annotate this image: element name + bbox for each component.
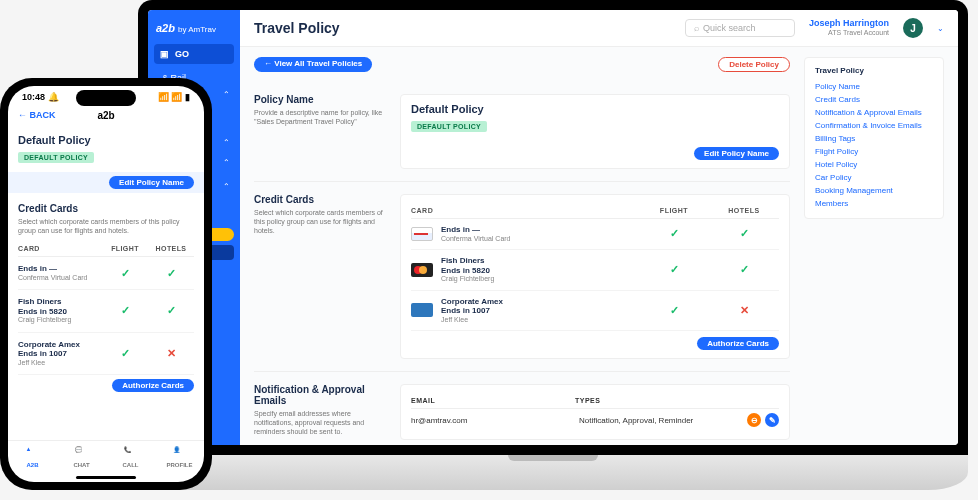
policy-name: Default Policy xyxy=(18,134,194,146)
card-name2: Ends in 1007 xyxy=(441,306,639,316)
card-name2: Ends in 5820 xyxy=(441,266,639,276)
col-hotels: HOTELS xyxy=(709,207,779,214)
user-subtitle: ATS Travel Account xyxy=(809,29,889,37)
edit-policy-name-button[interactable]: Edit Policy Name xyxy=(694,147,779,160)
check-icon: ✓ xyxy=(102,304,148,317)
tab-profile[interactable]: 👤PROFILE xyxy=(155,446,204,468)
section-title: Credit Cards xyxy=(254,194,384,205)
authorize-cards-button[interactable]: Authorize Cards xyxy=(697,337,779,350)
chevron-up-icon: ⌃ xyxy=(223,90,230,99)
col-card: CARD xyxy=(18,245,102,252)
back-button[interactable]: ← BACK xyxy=(18,110,56,120)
x-icon: ✕ xyxy=(709,304,779,317)
default-policy-badge: DEFAULT POLICY xyxy=(411,121,487,132)
card-row[interactable]: Fish DinersEnds in 5820Craig Fichtelberg… xyxy=(18,290,194,333)
toc-link[interactable]: Notification & Approval Emails xyxy=(815,106,933,119)
check-icon: ✓ xyxy=(639,263,709,276)
card-row[interactable]: Fish DinersEnds in 5820Craig Fichtelberg… xyxy=(411,250,779,291)
card-row[interactable]: Ends in —Conferma Virtual Card ✓ ✓ xyxy=(18,257,194,290)
card-name: Fish Diners xyxy=(441,256,639,266)
toc-link[interactable]: Billing Tags xyxy=(815,132,933,145)
card-sub: Jeff Klee xyxy=(18,359,102,367)
logo: a2b by AmTrav xyxy=(148,18,240,44)
section-desc: Select which corporate cards members of … xyxy=(18,217,194,235)
view-all-policies-button[interactable]: ← View All Travel Policies xyxy=(254,57,372,72)
policy-name: Default Policy xyxy=(411,103,484,115)
laptop-frame: a2b by AmTrav ▣ GO & Rail eports⌃ ckets … xyxy=(138,0,968,490)
card-row[interactable]: Corporate AmexEnds in 1007Jeff Klee ✓ ✕ xyxy=(411,291,779,332)
edit-email-button[interactable]: ✎ xyxy=(765,413,779,427)
search-input[interactable]: ⌕Quick search xyxy=(685,19,795,37)
col-email: EMAIL xyxy=(411,397,575,404)
delete-email-button[interactable]: ⊖ xyxy=(747,413,761,427)
user-name: Joseph Harrington xyxy=(809,19,889,29)
signal-icon: 📶 📶 ▮ xyxy=(158,92,190,102)
section-notification-emails: Notification & Approval Emails Specify e… xyxy=(254,372,790,445)
section-title: Policy Name xyxy=(254,94,384,105)
profile-icon: 👤 xyxy=(173,446,187,460)
page-title: Travel Policy xyxy=(254,20,340,36)
section-title: Credit Cards xyxy=(18,203,194,214)
col-types: TYPES xyxy=(575,397,739,404)
tab-chat[interactable]: 💬CHAT xyxy=(57,446,106,468)
toc-link[interactable]: Credit Cards xyxy=(815,93,933,106)
toc-link[interactable]: Confirmation & Invoice Emails xyxy=(815,119,933,132)
check-icon: ✓ xyxy=(148,304,194,317)
section-policy-name: Policy Name Provide a descriptive name f… xyxy=(254,82,790,182)
chevron-up-icon: ⌃ xyxy=(223,138,230,147)
phone-title: a2b xyxy=(97,110,114,121)
check-icon: ✓ xyxy=(709,263,779,276)
col-flight: FLIGHT xyxy=(639,207,709,214)
card-icon xyxy=(411,227,433,241)
section-credit-cards: Credit Cards Select which corporate card… xyxy=(254,182,790,372)
section-desc: Select which corporate cards members of … xyxy=(254,208,384,235)
laptop-screen: a2b by AmTrav ▣ GO & Rail eports⌃ ckets … xyxy=(138,0,968,455)
card-icon xyxy=(411,263,433,277)
section-desc: Provide a descriptive name for policy, l… xyxy=(254,108,384,126)
toc-link[interactable]: Hotel Policy xyxy=(815,158,933,171)
tab-call[interactable]: 📞CALL xyxy=(106,446,155,468)
phone-notch xyxy=(76,90,136,106)
card-name: Fish Diners xyxy=(18,297,102,307)
toc-link[interactable]: Flight Policy xyxy=(815,145,933,158)
search-icon: ⌕ xyxy=(694,23,699,33)
tab-a2b[interactable]: ▲A2B xyxy=(8,446,57,468)
card-name: Ends in — xyxy=(18,264,102,274)
phone-frame: 10:48 🔔 📶 📶 ▮ ← BACK a2b Default Policy … xyxy=(0,78,212,490)
home-indicator[interactable] xyxy=(76,476,136,479)
card-sub: Craig Fichtelberg xyxy=(441,275,639,283)
user-menu[interactable]: Joseph Harrington ATS Travel Account xyxy=(809,19,889,37)
check-icon: ✓ xyxy=(709,227,779,240)
card-icon xyxy=(411,303,433,317)
chevron-up-icon: ⌃ xyxy=(223,158,230,167)
check-icon: ✓ xyxy=(102,347,148,360)
card-row[interactable]: Ends in —Conferma Virtual Card ✓ ✓ xyxy=(411,219,779,250)
check-icon: ✓ xyxy=(639,304,709,317)
chat-icon: 💬 xyxy=(75,446,89,460)
toc-link[interactable]: Members xyxy=(815,197,933,210)
avatar[interactable]: J xyxy=(903,18,923,38)
check-icon: ✓ xyxy=(148,267,194,280)
delete-policy-button[interactable]: Delete Policy xyxy=(718,57,790,72)
toc-link[interactable]: Policy Name xyxy=(815,80,933,93)
section-desc: Specify email addresses where notificati… xyxy=(254,409,384,436)
authorize-cards-button[interactable]: Authorize Cards xyxy=(112,379,194,392)
col-card: CARD xyxy=(411,207,639,214)
section-title: Notification & Approval Emails xyxy=(254,384,384,406)
card-row[interactable]: Corporate AmexEnds in 1007Jeff Klee ✓ ✕ xyxy=(18,333,194,376)
toc-link[interactable]: Car Policy xyxy=(815,171,933,184)
default-policy-badge: DEFAULT POLICY xyxy=(18,152,94,163)
chevron-down-icon[interactable]: ⌄ xyxy=(937,24,944,33)
toc-link[interactable]: Booking Management xyxy=(815,184,933,197)
edit-policy-name-button[interactable]: Edit Policy Name xyxy=(109,176,194,189)
phone-icon: 📞 xyxy=(124,446,138,460)
card-sub: Conferma Virtual Card xyxy=(18,274,102,282)
card-name2: Ends in 5820 xyxy=(18,307,102,317)
x-icon: ✕ xyxy=(148,347,194,360)
card-sub: Jeff Klee xyxy=(441,316,639,324)
topbar: Travel Policy ⌕Quick search Joseph Harri… xyxy=(240,10,958,47)
col-flight: FLIGHT xyxy=(102,245,148,252)
email-row: hr@amtrav.com Notification, Approval, Re… xyxy=(411,409,779,431)
compass-icon: ▲ xyxy=(26,446,40,460)
nav-go[interactable]: ▣ GO xyxy=(154,44,234,64)
